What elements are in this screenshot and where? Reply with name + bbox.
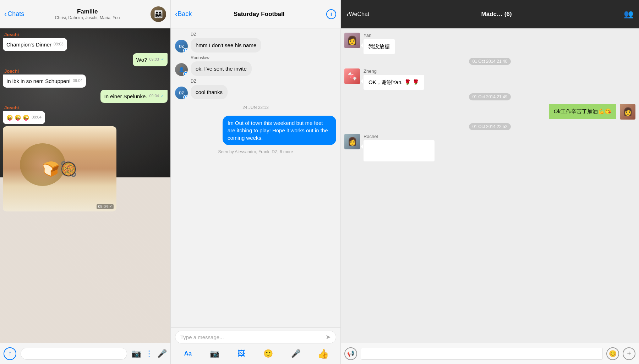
fb-input-area: Type a message... ➤ Aa 📷 🖼 🙂 🎤 👍 <box>171 327 340 364</box>
fb-sender-name: Radosław <box>191 55 252 60</box>
wc-message-bubble-empty <box>364 140 435 161</box>
wp-more-icon[interactable]: ⋮ <box>145 349 153 358</box>
wp-msg-sender: Joschi <box>3 68 86 74</box>
fb-messenger-badge <box>183 48 188 53</box>
wp-camera-icon[interactable]: 📷 <box>131 349 141 358</box>
fb-message-bubble: ok, I've sent the invite <box>191 61 252 76</box>
fb-avatar-dz2: DZ <box>175 87 188 99</box>
fb-info-button[interactable]: i <box>326 9 336 19</box>
wc-bubble-arrow <box>361 144 363 149</box>
wp-upload-button[interactable]: ↑ <box>4 347 16 360</box>
wp-back-chevron-icon: ‹ <box>4 10 7 19</box>
table-row: Joschi 😜 😜 😜 09:04 <box>3 105 45 124</box>
wc-messages-list: 👩 Yan 我没放糖 01 Oct 2014 21:40 🍬 Zheng OK，… <box>341 28 639 343</box>
wc-message-bubble: OK，谢谢Yan. 🌹 🌹 <box>364 75 424 90</box>
fb-back-button[interactable]: ‹ Back <box>175 10 192 19</box>
wp-message-time: 09:04 ✓ <box>149 93 164 99</box>
fb-send-icon[interactable]: ➤ <box>326 333 331 341</box>
wp-message-bubble: In einer Spelunke. 09:04 ✓ <box>100 90 168 103</box>
fb-camera-button[interactable]: 📷 <box>208 348 221 360</box>
wc-back-chevron-icon: ‹ <box>346 10 349 18</box>
fb-avatar-dz: DZ <box>175 40 188 53</box>
table-row: Joschi In ibk in so nem Schuppen! 09:04 <box>3 68 86 88</box>
wc-message-bubble-outgoing: Ok工作辛苦了加油💪😘 <box>549 104 616 119</box>
wp-back-button[interactable]: ‹ Chats <box>4 10 24 19</box>
wc-plus-icon: + <box>627 349 631 358</box>
wp-msg-sender: Joschi <box>3 105 45 110</box>
table-row: 🍬 Zheng OK，谢谢Yan. 🌹 🌹 <box>344 68 635 90</box>
wp-back-label: Chats <box>7 10 24 18</box>
wp-image-bubble: 09:04 ✓ <box>3 126 116 211</box>
wc-avatar-rachel: 👩 <box>344 134 360 149</box>
fb-avatar-radoslaw: 👤 <box>175 63 188 76</box>
fb-messages-list: DZ DZ hmm I don't see his name 👤 Radosła… <box>171 28 340 327</box>
wc-message-input[interactable] <box>361 348 603 360</box>
table-row: Joschi Champion's Dinner 09:03 <box>3 32 67 51</box>
wp-footer: ↑ 📷 ⋮ 🎤 <box>0 343 170 364</box>
wp-message-time: 09:04 <box>32 115 42 120</box>
fb-messenger-badge <box>183 95 188 99</box>
table-row: Wo? 09:03 ✓ <box>133 53 168 66</box>
wp-message-time: 09:04 <box>73 78 83 83</box>
fb-like-button[interactable]: 👍 <box>317 348 329 359</box>
wp-message-bubble: 😜 😜 😜 09:04 <box>3 111 45 124</box>
wc-contacts-icon[interactable]: 👥 <box>624 10 633 19</box>
wp-message-bubble: Champion's Dinner 09:03 <box>3 38 67 51</box>
wc-message-bubble: 我没放糖 <box>364 39 395 54</box>
table-row: DZ DZ cool thanks <box>175 79 228 99</box>
wc-msg-content: Ok工作辛苦了加油💪😘 <box>549 104 616 119</box>
wechat-panel: ‹ WeChat Mädc… (6) 👥 👩 Yan 我没放糖 01 Oct 2… <box>341 0 639 364</box>
wc-back-button[interactable]: ‹ WeChat <box>346 10 369 18</box>
fb-bubble-wrap: DZ cool thanks <box>191 79 228 99</box>
fb-message-bubble: hmm I don't see his name <box>191 38 261 53</box>
wc-avatar-zheng: 🍬 <box>344 68 360 84</box>
wc-avatar-yan: 👩 <box>344 33 360 48</box>
wc-date-divider: 01 Oct 2014 22:52 <box>344 123 635 130</box>
wp-msg-sender: Joschi <box>3 32 67 37</box>
fb-gallery-button[interactable]: 🖼 <box>236 348 247 360</box>
fb-bubble-wrap: Radosław ok, I've sent the invite <box>191 55 252 76</box>
wc-voice-icon: 📢 <box>347 350 354 357</box>
table-row: 👤 Radosław ok, I've sent the invite <box>175 55 252 76</box>
wp-image-time: 09:04 ✓ <box>97 204 114 209</box>
fb-sender-name: DZ <box>191 79 228 84</box>
fb-mic-button[interactable]: 🎤 <box>290 348 302 360</box>
fb-header: ‹ Back Saturday Football i <box>171 0 340 28</box>
wc-footer: 📢 😊 + <box>341 343 639 364</box>
table-row: 09:04 ✓ <box>3 126 116 211</box>
fb-message-input-placeholder[interactable]: Type a message... <box>180 334 326 340</box>
wc-sender-name: Zheng <box>364 68 424 74</box>
wp-message-bubble: In ibk in so nem Schuppen! 09:04 <box>3 75 86 88</box>
wc-back-label: WeChat <box>349 11 370 17</box>
table-row: DZ DZ hmm I don't see his name <box>175 32 261 53</box>
wc-add-button[interactable]: + <box>623 347 635 360</box>
table-row: Im Out of town this weekend but me feet … <box>223 116 336 145</box>
wc-voice-button[interactable]: 📢 <box>344 347 357 360</box>
wp-chat-body: Joschi Champion's Dinner 09:03 Wo? 09:03… <box>0 28 170 343</box>
fb-message-bubble: cool thanks <box>191 85 228 99</box>
wc-chat-title: Mädc… (6) <box>373 11 619 18</box>
wc-avatar-me: 👩 <box>620 104 635 120</box>
wp-chat-title: Familie <box>24 8 151 15</box>
wc-date-divider: 01 Oct 2014 21:40 <box>344 58 635 65</box>
wp-message-input[interactable] <box>21 348 127 360</box>
table-row: 👩 Yan 我没放糖 <box>344 33 635 54</box>
fb-input-row: Type a message... ➤ <box>175 331 336 343</box>
fb-chat-title: Saturday Football <box>192 11 326 18</box>
fb-seen-label: Seen by Alessandro, Frank, DZ, 6 more <box>175 149 336 154</box>
wp-chat-subtitle: Chrisi, Daheim, Joschi, Maria, You <box>24 15 151 20</box>
fb-bubble-wrap: DZ hmm I don't see his name <box>191 32 261 53</box>
wc-header: ‹ WeChat Mädc… (6) 👥 <box>341 0 639 28</box>
wp-image-content <box>3 126 116 211</box>
wp-group-avatar[interactable] <box>151 6 166 22</box>
fb-sender-name: DZ <box>191 32 261 37</box>
fb-toolbar: Aa 📷 🖼 🙂 🎤 👍 <box>175 346 336 361</box>
wc-sender-name: Yan <box>364 33 395 38</box>
wp-mic-icon[interactable]: 🎤 <box>157 349 167 358</box>
fb-emoji-button[interactable]: 🙂 <box>262 348 274 360</box>
fb-date-divider: 24 JUN 23:13 <box>175 105 336 110</box>
wc-msg-content: Yan 我没放糖 <box>364 33 395 54</box>
fb-aa-button[interactable]: Aa <box>182 349 193 359</box>
wp-header-center: Familie Chrisi, Daheim, Joschi, Maria, Y… <box>24 8 151 20</box>
wc-emoji-button[interactable]: 😊 <box>606 347 619 360</box>
